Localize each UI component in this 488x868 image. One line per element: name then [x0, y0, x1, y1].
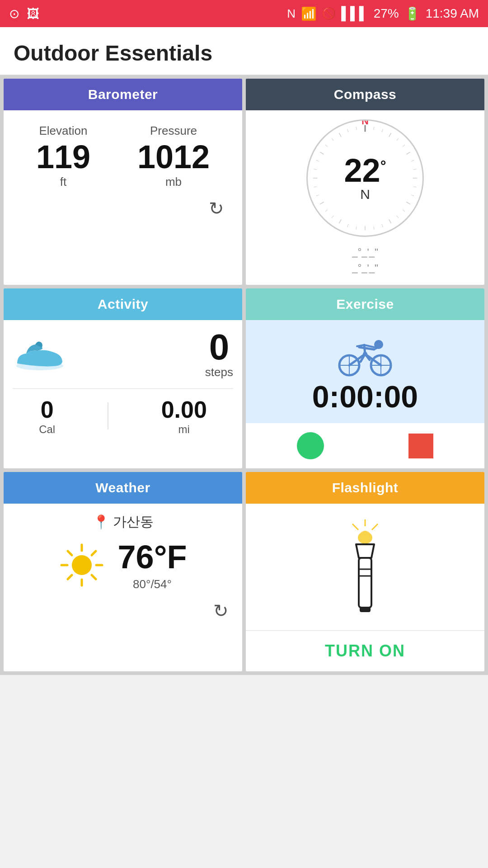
flashlight-title: Flashlight [332, 480, 399, 495]
svg-line-7 [411, 160, 414, 161]
pressure-label: Pressure [137, 124, 210, 138]
svg-line-62 [68, 551, 72, 555]
svg-line-3 [389, 133, 391, 137]
exercise-body: 0:00:00 [246, 320, 484, 423]
coord-line-2: _°_'_" [352, 260, 378, 276]
svg-line-13 [403, 210, 405, 212]
app-header: Outdoor Essentials [0, 27, 488, 75]
location-pin-icon: 📍 [93, 514, 109, 530]
svg-line-32 [332, 138, 333, 141]
barometer-header: Barometer [4, 79, 242, 110]
pressure-value: 1012 [137, 141, 210, 173]
svg-line-63 [92, 575, 96, 579]
status-bar: ⊙ 🖼 N 📶 🚫 ▌▌▌ 27% 🔋 11:39 AM [0, 0, 488, 27]
elevation-value: 119 [36, 141, 90, 173]
flashlight-action: TURN ON [246, 630, 484, 671]
svg-line-24 [320, 202, 324, 204]
svg-rect-69 [359, 558, 371, 608]
svg-line-30 [320, 152, 324, 154]
flashlight-card: Flashlight TURN ON [246, 472, 484, 671]
weather-title: Weather [95, 480, 150, 495]
barometer-card: Barometer Elevation 119 ft Pressure 1012… [4, 79, 242, 285]
compass-coords: _°_'_" _°_'_" [352, 244, 378, 276]
activity-card: Activity 0 steps 0 Cal [4, 288, 242, 468]
location-name: 가산동 [113, 513, 154, 531]
svg-line-8 [413, 169, 417, 170]
weather-range: 80°/54° [118, 577, 187, 591]
time-display: 11:39 AM [426, 6, 479, 21]
activity-header: Activity [4, 288, 242, 320]
wifi-icon: 📶 [301, 6, 317, 21]
status-bar-right: N 📶 🚫 ▌▌▌ 27% 🔋 11:39 AM [287, 6, 479, 21]
calories-value: 0 [39, 396, 55, 423]
svg-line-1 [374, 127, 374, 130]
weather-temperature: 76°F [118, 538, 187, 576]
barometer-refresh-icon[interactable]: ↻ [209, 198, 224, 218]
calories-stat: 0 Cal [39, 396, 55, 436]
svg-line-12 [406, 202, 410, 204]
svg-line-50 [357, 345, 364, 346]
activity-top: 0 steps [13, 329, 233, 379]
elevation-label: Elevation [36, 124, 90, 138]
flashlight-icon [333, 517, 397, 617]
activity-bottom: 0 Cal 0.00 mi [13, 388, 233, 436]
steps-container: 0 steps [205, 329, 233, 379]
svg-line-4 [397, 138, 399, 141]
distance-value: 0.00 [161, 396, 207, 423]
compass-circle: N 22° N [306, 119, 424, 237]
compass-title: Compass [334, 87, 397, 102]
pressure-unit: mb [137, 175, 210, 189]
distance-stat: 0.00 mi [161, 396, 207, 436]
app-title: Outdoor Essentials [14, 41, 474, 66]
elevation-unit: ft [36, 175, 90, 189]
svg-line-2 [382, 129, 383, 132]
cyclist-icon [338, 329, 392, 379]
svg-line-35 [356, 127, 357, 130]
distance-label: mi [161, 423, 207, 436]
weather-refresh-icon[interactable]: ↻ [213, 601, 229, 621]
barometer-content: Elevation 119 ft Pressure 1012 mb [4, 110, 242, 193]
compass-body: N 22° N _°_'_" _°_'_" [246, 110, 484, 285]
steps-label: steps [205, 365, 233, 379]
svg-line-28 [314, 169, 317, 170]
svg-line-31 [325, 145, 328, 146]
weather-header: Weather [4, 472, 242, 504]
turn-on-button[interactable]: TURN ON [325, 642, 405, 660]
shoe-icon [13, 336, 67, 373]
nfc-icon: N [287, 7, 296, 21]
svg-point-53 [374, 340, 383, 349]
svg-line-15 [389, 219, 391, 223]
compass-header: Compass [246, 79, 484, 110]
pressure-item: Pressure 1012 mb [137, 124, 210, 189]
exercise-time: 0:00:00 [312, 379, 418, 414]
svg-line-11 [411, 195, 414, 196]
svg-line-25 [316, 195, 319, 196]
svg-line-16 [382, 224, 383, 227]
svg-line-19 [356, 226, 357, 230]
activity-body: 0 steps 0 Cal 0.00 mi [4, 320, 242, 445]
weather-card: Weather 📍 가산동 [4, 472, 242, 671]
battery-icon: 🔋 [404, 6, 420, 21]
svg-line-64 [92, 551, 96, 555]
status-bar-left-icons: ⊙ 🖼 [9, 6, 39, 21]
exercise-start-button[interactable] [297, 432, 324, 459]
image-status-icon: 🖼 [27, 6, 39, 21]
exercise-stop-button[interactable] [408, 434, 433, 458]
activity-status-icon: ⊙ [9, 6, 19, 21]
svg-point-56 [363, 352, 367, 356]
svg-text:N: N [361, 121, 369, 127]
svg-line-23 [325, 210, 328, 212]
weather-location: 📍 가산동 [93, 513, 154, 531]
svg-line-10 [413, 187, 417, 187]
svg-line-48 [364, 345, 374, 347]
svg-line-22 [332, 216, 333, 218]
barometer-title: Barometer [88, 87, 158, 102]
svg-line-33 [339, 133, 341, 137]
svg-line-6 [406, 152, 410, 154]
activity-divider [108, 402, 108, 429]
svg-line-29 [316, 160, 319, 161]
block-icon: 🚫 [322, 7, 336, 20]
svg-line-65 [68, 575, 72, 579]
main-grid: Barometer Elevation 119 ft Pressure 1012… [0, 75, 488, 675]
svg-line-14 [397, 216, 399, 218]
